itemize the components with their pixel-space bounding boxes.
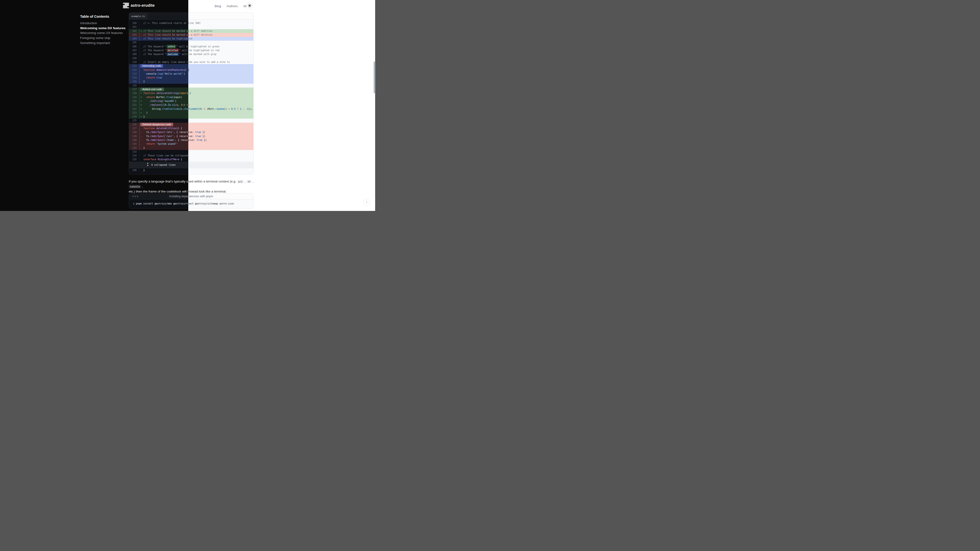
line-number: 118 xyxy=(129,91,139,95)
line-number: 100 xyxy=(129,21,139,25)
line-number: 113 xyxy=(129,72,139,76)
note-label: Added cool code xyxy=(140,87,164,91)
line-number: 114 xyxy=(129,76,139,79)
line-number: 124 xyxy=(129,115,139,119)
line-number: 131 xyxy=(129,142,139,146)
line-number: 103 xyxy=(129,33,139,37)
scroll-to-top-button[interactable]: ↑ xyxy=(364,199,370,205)
terminal-window-dots xyxy=(132,195,138,197)
inline-code: console xyxy=(129,185,141,189)
note-label: Deleted dangerous code xyxy=(140,123,173,126)
diff-marker: + xyxy=(140,29,142,33)
site-title: astro-erudite xyxy=(130,3,154,8)
collapsed-lines-label: 4 collapsed lines xyxy=(151,164,176,166)
diff-marker: + xyxy=(140,95,142,99)
line-number: 105 xyxy=(129,41,139,44)
site-logo[interactable]: astro-erudite xyxy=(123,3,154,8)
toc-item-2[interactable]: Welcoming some DX features xyxy=(80,26,132,31)
line-number: 140 xyxy=(129,168,139,172)
inline-code: sh xyxy=(247,180,252,183)
toc-item-5[interactable]: Something important xyxy=(80,41,132,46)
scrollbar-thumb[interactable] xyxy=(374,62,375,93)
line-number: 132 xyxy=(129,146,139,150)
line-number: 122 xyxy=(129,107,139,111)
diff-marker: + xyxy=(140,91,142,95)
line-number: 135 xyxy=(129,157,139,162)
line-number: 111 xyxy=(129,64,139,68)
toc-item-1[interactable]: Introduction xyxy=(80,21,132,26)
line-number: 123 xyxy=(129,111,139,115)
table-of-contents: Table of Contents IntroductionWelcoming … xyxy=(80,15,132,46)
diff-marker: - xyxy=(140,33,142,37)
line-number: 116 xyxy=(129,84,139,87)
diff-marker: - xyxy=(140,138,142,142)
line-number: 107 xyxy=(129,49,139,52)
viewport: astro-erudite Blog Authors About xyxy=(0,0,375,211)
line-number: 115 xyxy=(129,79,139,83)
line-number: 119 xyxy=(129,95,139,99)
logo-icon xyxy=(123,3,129,8)
shell-prompt: $ xyxy=(133,202,136,205)
line-number: 106 xyxy=(129,45,139,49)
theme-toggle-button[interactable] xyxy=(247,3,253,9)
sun-icon xyxy=(248,4,251,8)
line-number: 134 xyxy=(129,154,139,157)
toc-item-4[interactable]: Foregoing some slop xyxy=(80,36,132,41)
line-number: 102 xyxy=(129,29,139,33)
line-number: 112 xyxy=(129,68,139,72)
line-number: 133 xyxy=(129,150,139,154)
diff-marker: - xyxy=(140,130,142,134)
diff-marker: + xyxy=(140,115,142,119)
line-number: 108 xyxy=(129,52,139,56)
collapse-vertical-icon xyxy=(147,162,149,169)
toc-list: IntroductionWelcoming some DX featuresWe… xyxy=(80,21,132,46)
toc-item-3[interactable]: Welcoming some UX features xyxy=(80,30,132,36)
line-number: 109 xyxy=(129,56,139,60)
code-tab-example-ts[interactable]: example.ts xyxy=(129,13,147,19)
line-number: 126 xyxy=(129,123,139,127)
inline-code: ps1 xyxy=(237,180,244,183)
line-number: 101 xyxy=(129,25,139,29)
arrow-up-icon: ↑ xyxy=(366,200,368,204)
diff-marker: + xyxy=(140,111,142,115)
line-number: 104 xyxy=(129,37,139,41)
diff-marker: + xyxy=(140,103,142,107)
line-number: 120 xyxy=(129,99,139,103)
nav-link-authors[interactable]: Authors xyxy=(227,4,238,8)
line-number: 128 xyxy=(129,130,139,134)
diff-marker: - xyxy=(140,146,142,150)
main-nav: Blog Authors About xyxy=(215,0,252,12)
diff-marker: + xyxy=(140,99,142,103)
line-number: 130 xyxy=(129,138,139,142)
toc-title: Table of Contents xyxy=(80,15,132,18)
note-label: Interesting code xyxy=(140,64,163,68)
line-number: 121 xyxy=(129,103,139,107)
diff-marker: - xyxy=(140,127,142,130)
diff-marker: + xyxy=(140,107,142,111)
diff-marker: - xyxy=(140,134,142,138)
line-number: 127 xyxy=(129,127,139,130)
line-number: 125 xyxy=(129,119,139,122)
line-number: 110 xyxy=(129,60,139,64)
nav-link-blog[interactable]: Blog xyxy=(215,4,221,8)
diff-marker: - xyxy=(140,142,142,146)
line-number: 129 xyxy=(129,134,139,138)
line-number: 117 xyxy=(129,87,139,91)
